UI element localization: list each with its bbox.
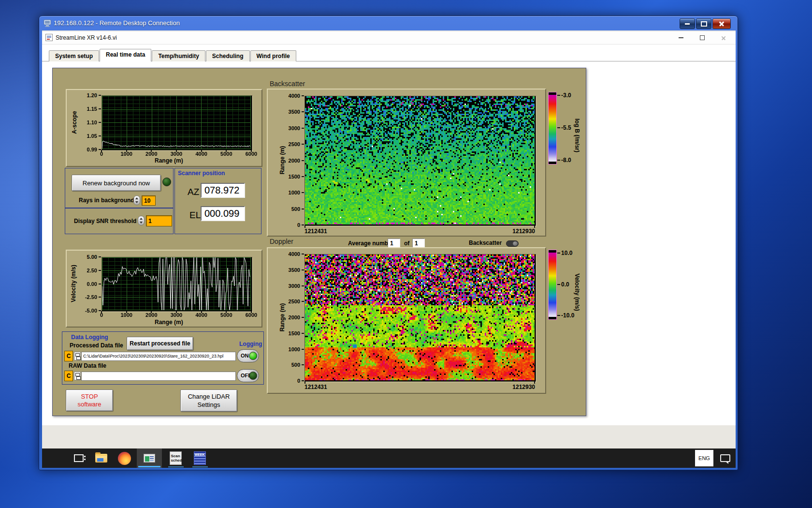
ascope-plot xyxy=(102,95,252,150)
processed-path-field[interactable]: C:\Lidar\Data\Proc\2023\202309\20230920\… xyxy=(81,352,236,361)
axis-tick-label: 1.15 xyxy=(67,106,97,112)
axis-tick-mark xyxy=(302,254,304,254)
velocity-plot xyxy=(102,257,252,312)
processed-logging-toggle[interactable]: ON xyxy=(237,349,259,362)
app-window-title: StreamLine XR v14-6.vi xyxy=(56,34,117,41)
axis-tick-mark xyxy=(302,349,304,350)
axis-tick-mark xyxy=(251,150,252,152)
axis-tick-label: 1212930 xyxy=(495,384,535,390)
rays-value-field[interactable]: 10 xyxy=(142,195,156,206)
tab-wind-profile[interactable]: Wind profile xyxy=(250,50,296,61)
axis-tick-label: -10.0 xyxy=(561,312,574,319)
restart-processed-file-button[interactable]: Restart processed file xyxy=(127,337,193,350)
close-button[interactable] xyxy=(712,18,731,29)
axis-tick-mark xyxy=(226,150,227,152)
stop-button-line1: STOP xyxy=(81,393,98,401)
axis-tick-label: 1.10 xyxy=(67,120,97,125)
backscatter-toggle[interactable] xyxy=(506,240,519,247)
scanner-position-group: Scanner position AZ 078.972 EL 000.099 xyxy=(174,168,261,234)
backscatter-heatmap-panel: Range (m) 400035003000250020001500100050… xyxy=(267,89,546,237)
maximize-button[interactable] xyxy=(696,18,711,29)
app-minimize-button[interactable] xyxy=(671,31,691,44)
week-icon[interactable]: WEEK xyxy=(189,448,210,468)
raw-drive-letter[interactable]: C xyxy=(64,371,73,381)
stop-software-button[interactable]: STOP software xyxy=(66,389,113,411)
axis-tick-mark xyxy=(99,256,101,257)
axis-tick-label: -5.5 xyxy=(561,124,571,131)
axis-tick-label: 10.0 xyxy=(561,250,572,256)
axis-tick-mark xyxy=(302,333,304,334)
az-display: 078.972 xyxy=(201,183,245,198)
firefox-icon[interactable] xyxy=(115,448,134,468)
axis-tick-label: -8.0 xyxy=(561,157,571,164)
rays-spinner[interactable] xyxy=(133,195,140,205)
axis-tick-mark xyxy=(99,297,101,298)
background-group: Renew background now Rays in background … xyxy=(65,168,174,208)
ascope-plot-panel: A-scope Range (m) 1.201.151.101.050.9901… xyxy=(66,89,262,167)
task-view-icon[interactable] xyxy=(69,448,88,468)
file-explorer-icon[interactable] xyxy=(91,448,111,468)
axis-tick-label: 2.50 xyxy=(67,268,97,273)
processed-browse-icon[interactable] xyxy=(74,352,81,360)
change-lidar-settings-button[interactable]: Change LiDAR Settings xyxy=(180,389,237,412)
axis-tick-label: 3000 xyxy=(268,125,300,131)
scan-sched-icon[interactable]: Scan sched xyxy=(165,448,186,468)
backscatter-heatmap xyxy=(304,96,536,226)
doppler-title: Doppler xyxy=(270,238,293,245)
tab-real-time-data[interactable]: Real time data xyxy=(100,49,151,61)
velocity-plot-panel: Velocity (m/s) Range (m) 5.002.500.00-2.… xyxy=(66,250,262,328)
axis-tick-label: 0 xyxy=(268,378,300,384)
axis-tick-mark xyxy=(302,160,304,161)
remote-session: StreamLine XR v14-6.vi System setup Real… xyxy=(42,30,736,468)
axis-tick-mark xyxy=(99,284,101,284)
streamline-taskbar-icon[interactable] xyxy=(137,448,162,468)
axis-tick-mark xyxy=(99,108,101,109)
rdp-titlebar[interactable]: 192.168.0.122 - Remote Desktop Connectio… xyxy=(39,16,738,30)
el-label: EL xyxy=(189,210,201,221)
snr-spinner[interactable] xyxy=(138,216,145,225)
raw-toggle-led xyxy=(249,372,257,380)
tab-temp-humidity[interactable]: Temp/humidity xyxy=(152,50,205,61)
axis-tick-label: 4000 xyxy=(268,251,300,257)
main-panel: A-scope Range (m) 1.201.151.101.050.9901… xyxy=(52,68,586,416)
processed-toggle-led xyxy=(249,352,257,360)
raw-browse-icon[interactable] xyxy=(74,372,81,380)
axis-tick-label: 3500 xyxy=(268,267,300,273)
app-close-button[interactable] xyxy=(713,31,734,44)
raw-path-field[interactable] xyxy=(81,372,236,381)
tab-system-setup[interactable]: System setup xyxy=(49,50,99,61)
ascope-xlabel: Range (m) xyxy=(155,157,183,164)
rays-in-background-label: Rays in background xyxy=(79,197,134,204)
axis-tick-mark xyxy=(302,95,304,96)
language-button[interactable]: ENG xyxy=(695,450,713,466)
average-number-input-1[interactable]: 1 xyxy=(388,239,400,248)
background-led xyxy=(162,178,171,186)
app-restore-button[interactable] xyxy=(692,31,712,44)
axis-tick-label: 3000 xyxy=(268,283,300,289)
axis-tick-mark xyxy=(302,269,304,270)
axis-tick-mark xyxy=(557,95,560,96)
app-titlebar[interactable]: StreamLine XR v14-6.vi xyxy=(42,31,736,45)
average-number-input-2[interactable]: 1 xyxy=(412,239,425,248)
processed-drive-letter[interactable]: C xyxy=(64,351,73,361)
axis-tick-mark xyxy=(151,311,152,313)
axis-tick-mark xyxy=(302,176,304,177)
axis-tick-mark xyxy=(304,225,305,228)
raw-logging-toggle[interactable]: OFF xyxy=(237,369,259,382)
renew-background-button[interactable]: Renew background now xyxy=(72,175,161,191)
tab-scheduling[interactable]: Scheduling xyxy=(206,50,250,61)
axis-tick-mark xyxy=(226,311,227,313)
minimize-button[interactable] xyxy=(680,18,695,29)
snr-value-field[interactable]: 1 xyxy=(146,215,172,226)
stop-button-line2: software xyxy=(77,401,101,408)
backscatter-colorbar xyxy=(548,92,557,164)
axis-tick-label: 1212431 xyxy=(304,384,327,390)
velocity-xlabel: Range (m) xyxy=(155,319,183,326)
axis-tick-label: 1212930 xyxy=(495,228,535,235)
backscatter-title: Backscatter xyxy=(270,80,305,88)
data-logging-title: Data Logging xyxy=(71,334,108,341)
chat-icon[interactable] xyxy=(717,448,733,468)
axis-tick-label: 1.20 xyxy=(67,92,97,98)
axis-tick-mark xyxy=(302,192,304,193)
axis-tick-label: 1.05 xyxy=(67,133,97,139)
